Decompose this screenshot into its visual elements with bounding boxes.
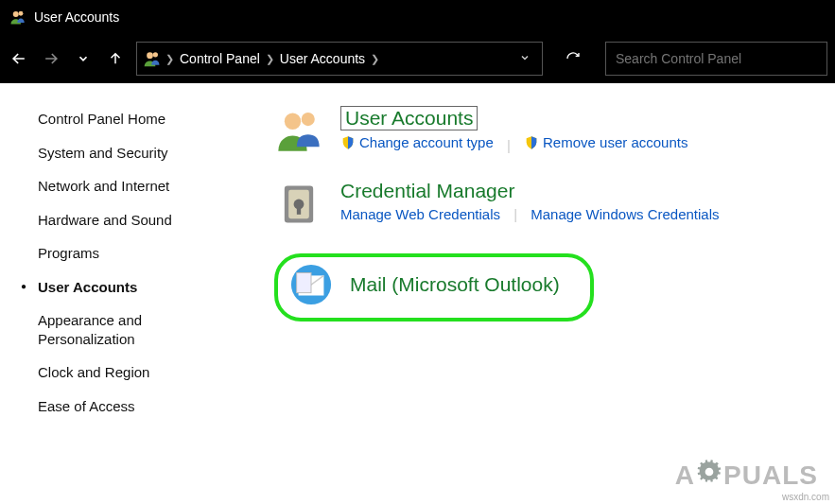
highlight-mail-outlook: Mail (Microsoft Outlook): [274, 253, 594, 322]
svg-point-4: [285, 113, 301, 130]
user-accounts-app-icon: [9, 9, 26, 26]
shield-icon: [524, 135, 539, 150]
mail-outlook-icon: [289, 263, 333, 306]
divider: |: [507, 137, 511, 153]
shield-icon: [340, 135, 356, 150]
sidebar-item-ease-of-access[interactable]: Ease of Access: [38, 397, 217, 416]
svg-point-2: [147, 52, 153, 59]
svg-point-0: [13, 11, 19, 17]
sidebar-item-appearance[interactable]: Appearance and Personalization: [38, 311, 180, 348]
link-manage-web-credentials[interactable]: Manage Web Credentials: [340, 206, 500, 222]
titlebar: User Accounts: [0, 0, 835, 34]
navbar: ❯ Control Panel ❯ User Accounts ❯: [0, 34, 835, 83]
sidebar-item-hardware-sound[interactable]: Hardware and Sound: [38, 211, 217, 230]
link-change-account-type[interactable]: Change account type: [340, 134, 494, 150]
search-box[interactable]: [605, 42, 827, 76]
address-dropdown[interactable]: [513, 52, 536, 65]
gear-icon: [697, 460, 722, 491]
svg-point-1: [19, 11, 24, 16]
search-input[interactable]: [616, 51, 817, 66]
divider: |: [513, 206, 517, 222]
refresh-button[interactable]: [560, 45, 586, 72]
svg-rect-9: [297, 204, 301, 215]
svg-point-3: [153, 52, 158, 57]
link-manage-windows-credentials[interactable]: Manage Windows Credentials: [531, 206, 719, 222]
attribution: wsxdn.com: [782, 492, 829, 502]
breadcrumb-root[interactable]: Control Panel: [174, 51, 266, 66]
sidebar-item-user-accounts[interactable]: User Accounts: [38, 278, 217, 297]
link-mail-outlook[interactable]: Mail (Microsoft Outlook): [350, 273, 560, 296]
chevron-right-icon[interactable]: ❯: [266, 53, 274, 65]
main-content: User Accounts Change account type | Remo…: [217, 83, 835, 504]
sidebar: Control Panel Home System and Security N…: [0, 83, 217, 504]
sidebar-item-programs[interactable]: Programs: [38, 244, 217, 263]
category-user-accounts: User Accounts Change account type | Remo…: [274, 106, 812, 155]
user-accounts-icon: [143, 49, 162, 68]
back-button[interactable]: [8, 47, 30, 70]
link-user-accounts[interactable]: User Accounts: [340, 106, 478, 130]
chevron-right-icon[interactable]: ❯: [165, 53, 174, 65]
sidebar-item-system-security[interactable]: System and Security: [38, 144, 217, 163]
link-label: Remove user accounts: [543, 134, 687, 150]
sidebar-item-network-internet[interactable]: Network and Internet: [38, 177, 217, 196]
breadcrumb-current[interactable]: User Accounts: [274, 51, 371, 66]
credential-manager-icon: [274, 180, 323, 229]
sidebar-item-clock-region[interactable]: Clock and Region: [38, 363, 217, 382]
window-title: User Accounts: [34, 9, 119, 25]
link-remove-user-accounts[interactable]: Remove user accounts: [524, 134, 687, 150]
svg-point-5: [302, 113, 315, 126]
chevron-right-icon[interactable]: ❯: [371, 53, 379, 65]
recent-dropdown[interactable]: [72, 47, 95, 70]
address-bar[interactable]: ❯ Control Panel ❯ User Accounts ❯: [136, 42, 543, 76]
category-credential-manager: Credential Manager Manage Web Credential…: [274, 180, 812, 229]
sidebar-item-control-panel-home[interactable]: Control Panel Home: [38, 110, 217, 129]
link-label: Change account type: [359, 134, 494, 150]
link-credential-manager[interactable]: Credential Manager: [340, 180, 514, 202]
forward-button[interactable]: [40, 47, 62, 70]
user-accounts-icon: [274, 106, 323, 155]
up-button[interactable]: [104, 47, 127, 70]
svg-rect-13: [297, 273, 311, 293]
watermark: A PUALS: [675, 460, 818, 491]
